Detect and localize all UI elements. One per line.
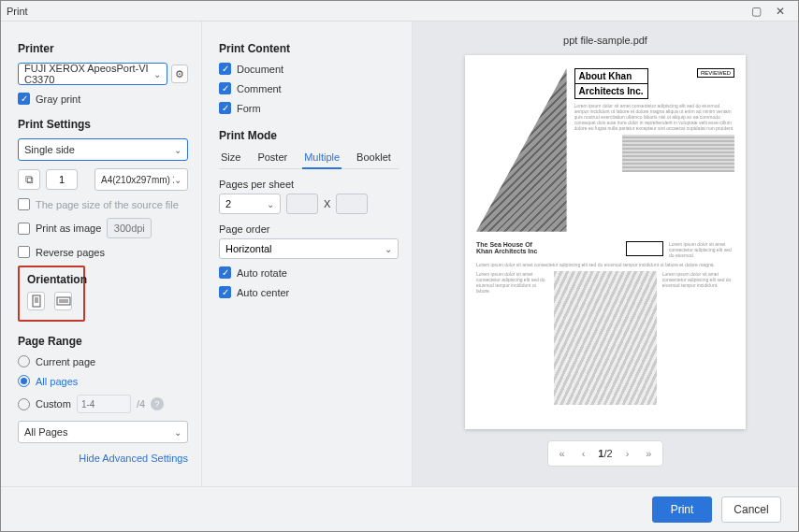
tab-poster[interactable]: Poster (255, 150, 289, 165)
duplex-select[interactable]: Single side ⌄ (18, 138, 188, 161)
page-range-label: Page Range (18, 335, 188, 348)
reverse-pages-label: Reverse pages (36, 247, 105, 258)
custom-row[interactable]: Custom /4 ? (18, 395, 188, 413)
maximize-icon[interactable]: ▢ (744, 5, 768, 18)
printer-select[interactable]: FUJI XEROX ApeosPort-VI C3370 ⌄ (18, 63, 167, 85)
titlebar: Print ▢ ✕ (1, 1, 798, 22)
left-panel: Printer FUJI XEROX ApeosPort-VI C3370 ⌄ … (1, 22, 202, 486)
tab-multiple[interactable]: Multiple (302, 150, 341, 169)
form-checkbox[interactable]: ✓ (219, 102, 231, 114)
middle-panel: Print Content ✓Document ✓Comment ✓Form P… (202, 22, 413, 486)
svg-rect-0 (33, 295, 40, 307)
duplex-value: Single side (24, 144, 75, 155)
help-icon[interactable]: ? (151, 397, 164, 410)
copies-input[interactable] (46, 169, 78, 190)
portrait-icon (31, 295, 42, 308)
source-file-label: The page size of the source file (36, 199, 179, 210)
all-pages-radio[interactable] (18, 375, 30, 387)
chevron-down-icon: ⌄ (174, 427, 182, 438)
subset-select[interactable]: All Pages ⌄ (18, 421, 188, 443)
building-image-3 (554, 271, 656, 405)
pager-prev-button[interactable]: ‹ (578, 448, 589, 459)
landscape-icon (56, 295, 71, 307)
auto-center-label: Auto center (237, 287, 289, 298)
building-image-2 (622, 135, 734, 172)
collate-icon: ⧉ (25, 173, 34, 186)
chevron-down-icon: ⌄ (174, 145, 182, 155)
doc-row[interactable]: ✓Document (219, 63, 399, 75)
gray-print-row[interactable]: ✓ Gray print (18, 93, 188, 105)
doc-title-2b: Khan Architects Inc (476, 248, 620, 254)
print-content-label: Print Content (219, 42, 399, 55)
chevron-down-icon: ⌄ (174, 175, 182, 185)
pager-first-button[interactable]: « (556, 448, 569, 459)
pages-per-sheet-value: 2 (225, 198, 231, 209)
tab-booklet[interactable]: Booklet (355, 150, 393, 165)
custom-label: Custom (36, 398, 71, 410)
paper-size-value: A4(210x297mm) 21! (101, 175, 174, 185)
preview-text: Lorem ipsum dolor sit amet consectetur a… (662, 271, 734, 405)
orientation-portrait-button[interactable] (27, 292, 45, 310)
gray-print-checkbox[interactable]: ✓ (18, 93, 30, 105)
print-button[interactable]: Print (652, 496, 712, 523)
orientation-landscape-button[interactable] (54, 292, 72, 310)
grid-rows-input (336, 194, 368, 214)
subset-value: All Pages (24, 426, 67, 438)
preview-text: Lorem ipsum dolor sit amet consectetur a… (669, 241, 734, 258)
gray-print-label: Gray print (36, 93, 80, 105)
all-pages-label: All pages (36, 376, 78, 387)
preview-page: About Khan Architects Inc. REVIEWED Lore… (465, 55, 746, 429)
all-pages-row[interactable]: All pages (18, 375, 188, 387)
close-icon[interactable]: ✕ (768, 5, 792, 18)
printer-settings-button[interactable]: ⚙ (171, 65, 188, 83)
orientation-label: Orientation (27, 273, 76, 286)
custom-radio[interactable] (18, 398, 30, 410)
pages-per-sheet-label: Pages per sheet (219, 179, 399, 190)
reverse-pages-checkbox[interactable] (18, 246, 30, 258)
page-order-select[interactable]: Horizontal ⌄ (219, 238, 399, 259)
hide-advanced-link[interactable]: Hide Advanced Settings (18, 453, 188, 464)
auto-rotate-row[interactable]: ✓Auto rotate (219, 266, 399, 279)
current-page-radio[interactable] (18, 355, 30, 367)
doc-title-2a: The Sea House Of (476, 241, 620, 248)
collate-button[interactable]: ⧉ (18, 169, 40, 190)
auto-rotate-checkbox[interactable]: ✓ (219, 266, 231, 279)
document-checkbox[interactable]: ✓ (219, 63, 231, 75)
pager-next-button[interactable]: › (622, 448, 633, 459)
form-label: Form (237, 103, 261, 114)
source-file-size-row[interactable]: The page size of the source file (18, 198, 188, 210)
comment-checkbox[interactable]: ✓ (219, 82, 231, 94)
pager-last-button[interactable]: » (642, 448, 655, 459)
custom-range-input[interactable] (77, 395, 131, 413)
doc-title-1a: About Khan (574, 68, 648, 84)
page-order-label: Page order (219, 223, 399, 235)
doc-title-1b: Architects Inc. (574, 84, 648, 99)
cancel-button[interactable]: Cancel (721, 496, 781, 523)
pages-per-sheet-select[interactable]: 2 ⌄ (219, 194, 281, 214)
dialog-body: Printer FUJI XEROX ApeosPort-VI C3370 ⌄ … (1, 22, 798, 486)
gear-icon: ⚙ (175, 68, 184, 80)
form-row[interactable]: ✓Form (219, 102, 399, 114)
preview-filename: ppt file-sample.pdf (563, 35, 647, 46)
pager-total: /2 (603, 448, 612, 459)
print-as-image-checkbox[interactable] (18, 223, 30, 235)
current-page-label: Current page (36, 356, 95, 367)
source-file-checkbox[interactable] (18, 198, 30, 210)
current-page-row[interactable]: Current page (18, 355, 188, 367)
dialog-footer: Print Cancel (1, 486, 798, 531)
tab-size[interactable]: Size (219, 150, 242, 165)
print-as-image-row[interactable]: Print as image (18, 218, 188, 238)
reviewed-badge: REVIEWED (697, 68, 734, 78)
auto-center-checkbox[interactable]: ✓ (219, 286, 231, 298)
preview-text: Lorem ipsum dolor sit amet consectetur a… (574, 103, 734, 131)
custom-total: /4 (137, 398, 145, 410)
grid-cols-input (286, 194, 318, 214)
preview-panel: ppt file-sample.pdf About Khan Architect… (413, 22, 798, 486)
paper-size-select[interactable]: A4(210x297mm) 21! ⌄ (94, 168, 188, 191)
printer-value: FUJI XEROX ApeosPort-VI C3370 (24, 63, 153, 85)
print-mode-label: Print Mode (219, 129, 399, 142)
comment-row[interactable]: ✓Comment (219, 82, 399, 94)
comment-label: Comment (237, 83, 282, 94)
auto-center-row[interactable]: ✓Auto center (219, 286, 399, 298)
reverse-pages-row[interactable]: Reverse pages (18, 246, 188, 258)
